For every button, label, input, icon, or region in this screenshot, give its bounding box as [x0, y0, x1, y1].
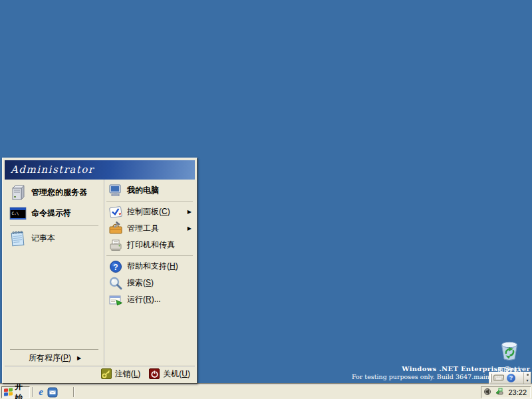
start-menu-header: Administrator [5, 160, 195, 180]
menu-item-label: 打印机和传真 [127, 240, 175, 249]
help-icon: ? [108, 259, 123, 274]
menu-item-command-prompt[interactable]: C:\ 命令提示符 [5, 203, 104, 223]
menu-item-printers-and-faxes[interactable]: 打印机和传真 [104, 237, 195, 253]
chevron-down-icon: ▾ [526, 378, 528, 382]
notepad-icon [9, 229, 27, 248]
my-computer-icon [108, 184, 123, 198]
menu-item-label: 运行( [127, 295, 146, 304]
menu-item-search[interactable]: 搜索(S) [104, 275, 195, 291]
menu-item-control-panel[interactable]: 控制面板(C) ▶ [104, 203, 195, 220]
outlook-express-icon[interactable] [47, 386, 58, 398]
shut-down-power-icon [149, 368, 160, 379]
desktop: Windows .NET Enterprise Server For testi… [0, 0, 532, 399]
menu-separator [106, 201, 193, 201]
menu-item-label: 控制面板( [127, 207, 162, 216]
menu-item-label: 搜索( [127, 278, 146, 287]
menu-item-my-computer[interactable]: 我的电脑 [104, 182, 195, 199]
menu-item-label: 管理您的服务器 [31, 187, 87, 198]
menu-item-label: 我的电脑 [127, 186, 159, 195]
recycle-bin-icon [497, 352, 521, 364]
log-off-label: 注销( [115, 369, 134, 378]
log-off-button[interactable]: 注销(L) [101, 368, 141, 380]
menu-item-label: 命令提示符 [31, 207, 71, 219]
admin-tools-icon [108, 221, 123, 236]
menu-item-administrative-tools[interactable]: 管理工具 ▶ [104, 220, 195, 237]
system-tray: 23:22 [481, 386, 531, 398]
search-icon [108, 276, 123, 291]
svg-text:C:\: C:\ [12, 211, 19, 215]
keyboard-icon[interactable] [493, 372, 505, 384]
taskbar-clock[interactable]: 23:22 [507, 388, 528, 396]
taskbar: 开始 e [0, 384, 532, 399]
command-prompt-icon: C:\ [9, 204, 27, 223]
options-dot [527, 374, 529, 376]
svg-text:?: ? [113, 262, 118, 271]
printer-icon [108, 238, 123, 253]
safely-remove-hardware-icon[interactable] [495, 386, 504, 398]
taskbar-divider [32, 387, 33, 397]
start-menu-right-column: 我的电脑 控制面板(C) ▶ [104, 180, 195, 366]
spacer [5, 249, 104, 349]
control-panel-icon [108, 205, 123, 219]
menu-item-label: 管理工具 [127, 223, 159, 233]
menu-item-label: 帮助和支持( [127, 261, 170, 271]
language-bar-grip[interactable] [490, 374, 492, 382]
menu-item-notepad[interactable]: 记事本 [5, 228, 104, 249]
language-bar[interactable]: ? ▾ [489, 372, 531, 384]
menu-item-all-programs[interactable]: 所有程序(P) ▶ [5, 350, 104, 366]
menu-item-help-and-support[interactable]: ? 帮助和支持(H) [104, 258, 195, 275]
submenu-arrow-icon: ▶ [77, 355, 81, 361]
taskbar-divider [73, 387, 74, 397]
menu-item-label: 记事本 [31, 233, 55, 244]
start-menu-left-column: 管理您的服务器 C:\ 命令提示符 [5, 180, 104, 366]
menu-separator [106, 255, 193, 256]
start-menu-bottom-bar: 注销(L) 关机(U) [5, 366, 195, 381]
language-bar-options[interactable]: ▾ [523, 372, 531, 384]
logged-in-user: Administrator [11, 164, 94, 176]
internet-explorer-icon[interactable]: e [35, 386, 47, 398]
server-icon [9, 184, 27, 202]
start-button[interactable]: 开始 [1, 386, 30, 398]
watermark-line2: For testing purposes only. Build 3647.ma… [352, 373, 489, 380]
shut-down-label: 关机( [163, 369, 182, 378]
log-off-key-icon [101, 368, 112, 379]
start-menu: Administrator 管理您 [2, 158, 198, 384]
volume-icon[interactable] [483, 386, 492, 398]
submenu-arrow-icon: ▶ [188, 225, 192, 231]
all-programs-label: 所有程序( [29, 353, 63, 362]
windows-flag-icon [4, 388, 13, 396]
shut-down-button[interactable]: 关机(U) [149, 368, 190, 380]
start-menu-body: 管理您的服务器 C:\ 命令提示符 [5, 180, 195, 366]
run-icon [108, 293, 123, 307]
menu-item-run[interactable]: 运行(R)... [104, 291, 195, 308]
language-bar-help-icon[interactable]: ? [507, 374, 515, 382]
submenu-arrow-icon: ▶ [188, 209, 192, 215]
menu-item-manage-your-server[interactable]: 管理您的服务器 [5, 182, 104, 203]
menu-separator [10, 225, 98, 226]
